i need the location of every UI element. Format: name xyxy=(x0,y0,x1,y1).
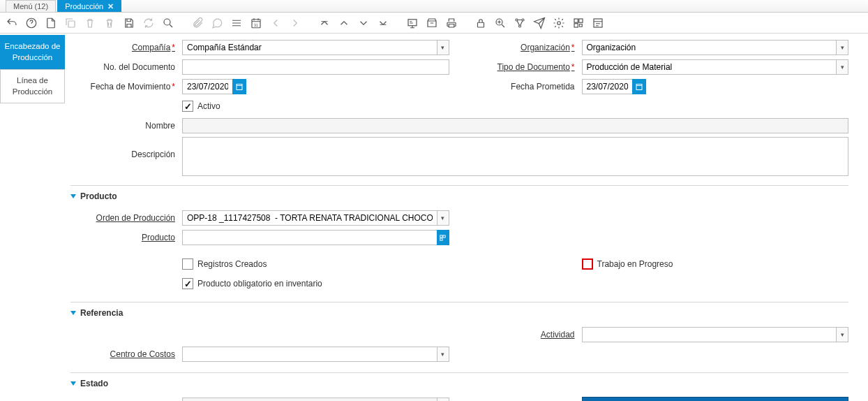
sidebar: Encabezado de Producción Línea de Produc… xyxy=(0,34,65,401)
svg-rect-16 xyxy=(237,85,242,90)
print-icon[interactable] xyxy=(444,15,459,31)
tipodoc-input[interactable] xyxy=(582,59,837,75)
completar-button[interactable]: Completar xyxy=(582,397,849,401)
dropdown-icon[interactable]: ▾ xyxy=(836,59,848,75)
section-title: Estado xyxy=(80,379,108,388)
label-organizacion: Organización* xyxy=(470,43,582,52)
svg-rect-6 xyxy=(478,22,484,27)
label-actividad: Actividad xyxy=(470,330,582,340)
svg-rect-18 xyxy=(440,235,442,237)
compania-field[interactable]: ▾ xyxy=(182,40,449,55)
section-estado[interactable]: Estado xyxy=(70,372,848,393)
ordenprod-field[interactable]: ▾ xyxy=(182,210,449,226)
svg-point-10 xyxy=(519,25,521,27)
label-descripcion: Descripción xyxy=(70,137,182,159)
label-compania: Compañía* xyxy=(70,43,182,52)
nodoc-input[interactable] xyxy=(182,59,449,75)
descripcion-input[interactable] xyxy=(182,137,848,176)
svg-point-11 xyxy=(558,21,561,24)
grid-icon[interactable] xyxy=(229,15,244,31)
fechamov-field[interactable] xyxy=(182,79,246,94)
workflow-icon[interactable] xyxy=(512,15,527,31)
regcreados-checkbox[interactable]: Registros Creados xyxy=(182,258,449,270)
last-icon[interactable] xyxy=(375,15,391,31)
estadodoc-input[interactable] xyxy=(182,398,437,401)
new-icon[interactable] xyxy=(43,15,59,31)
fechamov-input[interactable] xyxy=(182,79,232,94)
dropdown-icon[interactable]: ▾ xyxy=(437,398,449,401)
delete2-icon[interactable] xyxy=(102,15,117,31)
tab-menu-label: Menú (12) xyxy=(13,2,48,10)
toolbar: 31 xyxy=(0,13,868,34)
calendar-picker-icon[interactable] xyxy=(232,79,246,94)
svg-point-9 xyxy=(522,19,524,21)
lock-icon[interactable] xyxy=(473,15,488,31)
dropdown-icon[interactable]: ▾ xyxy=(836,40,848,55)
dropdown-icon[interactable]: ▾ xyxy=(437,40,449,55)
section-title: Producto xyxy=(80,191,117,201)
calendar-picker-icon[interactable] xyxy=(632,79,646,94)
report-icon[interactable] xyxy=(405,15,420,31)
product-lookup-icon[interactable] xyxy=(437,230,449,245)
dropdown-icon[interactable]: ▾ xyxy=(836,327,848,342)
archive-icon[interactable] xyxy=(424,15,440,31)
prev-icon[interactable] xyxy=(268,15,283,31)
prodoblig-checkbox[interactable]: Producto obligatorio en inventario xyxy=(182,278,449,289)
tab-produccion[interactable]: Producción ✕ xyxy=(57,0,121,12)
attach-icon[interactable] xyxy=(190,15,205,31)
chat-icon[interactable] xyxy=(209,15,225,31)
next-icon[interactable] xyxy=(287,15,303,31)
dropdown-icon[interactable]: ▾ xyxy=(437,347,449,362)
up-icon[interactable] xyxy=(336,15,352,31)
estadodoc-field[interactable]: ▾ xyxy=(182,398,449,401)
tipodoc-field[interactable]: ▾ xyxy=(582,59,849,75)
close-icon[interactable]: ✕ xyxy=(107,2,114,11)
ordenprod-input[interactable] xyxy=(182,210,437,226)
checkbox-icon xyxy=(182,278,193,289)
checkbox-icon xyxy=(182,101,193,112)
actividad-field[interactable]: ▾ xyxy=(582,327,849,342)
first-icon[interactable] xyxy=(317,15,332,31)
prodoblig-label: Producto obligatorio en inventario xyxy=(197,279,322,289)
organizacion-field[interactable]: ▾ xyxy=(582,40,849,55)
svg-rect-17 xyxy=(636,85,642,90)
section-referencia[interactable]: Referencia xyxy=(70,302,848,322)
svg-rect-12 xyxy=(574,19,578,22)
calendar-icon[interactable]: 31 xyxy=(248,15,264,31)
send-icon[interactable] xyxy=(532,15,547,31)
sidebar-item-encabezado[interactable]: Encabezado de Producción xyxy=(0,35,65,69)
trabajoprog-checkbox[interactable]: Trabajo en Progreso xyxy=(582,258,849,270)
posting-icon[interactable] xyxy=(590,15,606,31)
tab-menu[interactable]: Menú (12) xyxy=(6,0,56,12)
help-icon[interactable] xyxy=(24,15,39,31)
compania-input[interactable] xyxy=(182,40,437,55)
zoomacross-icon[interactable] xyxy=(493,15,508,31)
save-icon[interactable] xyxy=(121,15,137,31)
centrocostos-field[interactable]: ▾ xyxy=(182,347,449,362)
copy-icon[interactable] xyxy=(63,15,78,31)
activo-checkbox[interactable]: Activo xyxy=(182,101,449,112)
gear-icon[interactable] xyxy=(551,15,567,31)
dropdown-icon[interactable]: ▾ xyxy=(437,210,449,226)
producto-field[interactable] xyxy=(182,230,449,245)
down-icon[interactable] xyxy=(356,15,371,31)
nombre-input[interactable] xyxy=(182,118,848,133)
label-centrocostos: Centro de Costos xyxy=(70,349,182,359)
producto-input[interactable] xyxy=(182,230,437,245)
delete-icon[interactable] xyxy=(82,15,98,31)
refresh-icon[interactable] xyxy=(141,15,156,31)
fechaprom-field[interactable] xyxy=(582,79,646,94)
organizacion-input[interactable] xyxy=(582,40,837,55)
search-icon[interactable] xyxy=(160,15,176,31)
undo-icon[interactable] xyxy=(4,15,20,31)
fechaprom-input[interactable] xyxy=(582,79,632,94)
label-producto: Producto xyxy=(70,233,182,242)
top-tabbar: Menú (12) Producción ✕ xyxy=(0,0,868,13)
activo-label: Activo xyxy=(197,101,220,111)
section-producto[interactable]: Producto xyxy=(70,185,848,205)
product-info-icon[interactable] xyxy=(571,15,586,31)
sidebar-item-linea[interactable]: Línea de Producción xyxy=(0,69,65,103)
centrocostos-input[interactable] xyxy=(182,347,437,362)
actividad-input[interactable] xyxy=(582,327,837,342)
regcreados-label: Registros Creados xyxy=(197,259,267,269)
